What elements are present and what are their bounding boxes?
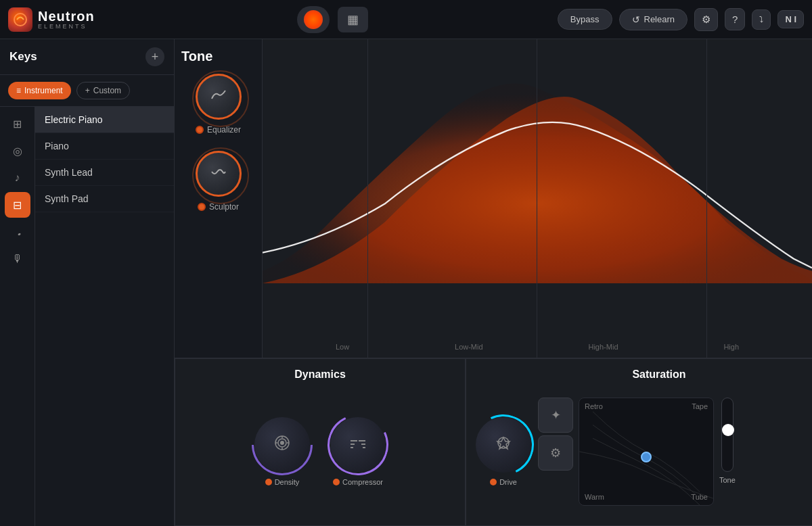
- ni-logo-button[interactable]: N I: [777, 10, 804, 28]
- drive-group: Drive: [476, 417, 531, 486]
- sculptor-knob[interactable]: [196, 151, 242, 197]
- compressor-label: Compressor: [333, 478, 383, 486]
- header-right: Bypass ↺ Relearn ⚙ ? ⤵ N I: [558, 8, 804, 31]
- bottom-panels: Dynamics: [175, 358, 812, 526]
- sculptor-knob-group: Sculptor: [196, 151, 242, 212]
- compressor-group: Compressor: [330, 417, 386, 486]
- compressor-indicator: [333, 479, 340, 485]
- relearn-icon: ↺: [632, 14, 640, 25]
- density-icon: [272, 433, 292, 457]
- eq-knob-icon: [209, 85, 228, 108]
- tone-controls: Tone Equalizer: [175, 39, 263, 358]
- saturation-grid[interactable]: Retro Tape Warm Tube: [579, 398, 714, 506]
- list-item-electric-piano[interactable]: Electric Piano: [35, 107, 174, 133]
- bypass-button[interactable]: Bypass: [558, 9, 612, 30]
- app-sub: ELEMENTS: [38, 24, 95, 30]
- equalizer-knob[interactable]: [196, 74, 242, 120]
- midi-button[interactable]: ⤵: [752, 9, 771, 30]
- drive-label: Drive: [490, 478, 517, 486]
- profile-button[interactable]: [297, 6, 330, 33]
- sat-type-gear[interactable]: ⚙: [538, 435, 573, 471]
- drive-knob[interactable]: [476, 417, 531, 473]
- sat-type-sparkle[interactable]: ✦: [538, 398, 573, 433]
- tape-label: Tape: [692, 402, 708, 410]
- density-label: Density: [265, 478, 300, 486]
- instrument-icon: ≡: [16, 86, 21, 95]
- sculptor-knob-icon: [209, 162, 228, 185]
- tone-visualizer: Low Low-Mid High-Mid High: [263, 39, 812, 358]
- sculptor-indicator: [198, 203, 206, 211]
- app-name: Neutron: [38, 9, 95, 24]
- settings-button[interactable]: ⚙: [694, 8, 718, 31]
- saturation-content: Drive ✦ ⚙: [476, 387, 812, 516]
- saturation-dot[interactable]: [641, 452, 652, 462]
- freq-label-lowmid: Low-Mid: [455, 343, 483, 351]
- guitar-icon: ♪: [15, 172, 20, 184]
- density-knob[interactable]: [254, 417, 310, 473]
- warm-label: Warm: [585, 493, 604, 501]
- eq-indicator: [196, 126, 204, 134]
- sidebar-body: ⊞ ◎ ♪ ⊟ 𝅘 🎙 Elec: [0, 107, 174, 526]
- saturation-title: Saturation: [632, 368, 685, 381]
- sidebar-icon-filters[interactable]: ⊞: [5, 111, 30, 137]
- drive-icon: [493, 433, 514, 457]
- piano-icon: ⊟: [13, 199, 22, 212]
- list-item-piano[interactable]: Piano: [35, 133, 174, 160]
- list-item-synth-pad[interactable]: Synth Pad: [35, 186, 174, 212]
- tone-section: Tone Equalizer: [175, 39, 812, 358]
- freq-label-highmid: High-Mid: [588, 343, 618, 351]
- freq-label-low: Low: [336, 343, 349, 351]
- instrument-filter[interactable]: ≡ Instrument: [8, 82, 71, 99]
- gear2-icon: ⚙: [550, 446, 561, 460]
- sidebar-title: Keys: [9, 50, 37, 64]
- tone-slider-label: Tone: [719, 476, 736, 484]
- sidebar-icon-drum[interactable]: 𝅘: [5, 219, 30, 245]
- header-center: ▦: [108, 6, 558, 33]
- retro-label: Retro: [585, 402, 603, 410]
- midi-icon: ⤵: [759, 15, 763, 24]
- saturation-selector: ✦ ⚙: [538, 398, 812, 506]
- drive-indicator: [490, 479, 497, 485]
- main-content: Keys + ≡ Instrument + Custom ⊞ ◎: [0, 39, 812, 526]
- svg-point-0: [14, 14, 26, 26]
- saturation-panel: Saturation: [466, 358, 812, 526]
- equalizer-knob-group: Equalizer: [196, 74, 242, 135]
- dynamics-panel: Dynamics: [175, 358, 466, 526]
- tone-slider[interactable]: [721, 398, 734, 472]
- compressor-knob[interactable]: [330, 417, 386, 473]
- sidebar-list: Electric Piano Piano Synth Lead Synth Pa…: [35, 107, 174, 526]
- sidebar-icon-circle[interactable]: ◎: [5, 138, 30, 164]
- freq-labels: Low Low-Mid High-Mid High: [263, 343, 812, 351]
- sidebar-icon-piano[interactable]: ⊟: [5, 192, 30, 218]
- grid-icon: ▦: [347, 12, 359, 27]
- header: Neutron ELEMENTS ▦ Bypass ↺ Relearn ⚙ ? …: [0, 0, 812, 39]
- right-panel: Tone Equalizer: [175, 39, 812, 526]
- tube-label: Tube: [691, 493, 708, 501]
- filters-icon: ⊞: [13, 118, 22, 130]
- density-group: Density: [254, 417, 310, 486]
- freq-label-high: High: [723, 343, 739, 351]
- add-button[interactable]: +: [145, 47, 164, 66]
- tone-title: Tone: [181, 49, 212, 64]
- sidebar-icon-vocal[interactable]: 🎙: [5, 246, 30, 272]
- density-indicator: [265, 479, 272, 485]
- sat-type-column: ✦ ⚙: [538, 398, 573, 506]
- sidebar-icon-guitar[interactable]: ♪: [5, 165, 30, 191]
- list-item-synth-lead[interactable]: Synth Lead: [35, 160, 174, 186]
- circle-icon: ◎: [13, 145, 22, 158]
- relearn-button[interactable]: ↺ Relearn: [619, 9, 688, 30]
- sparkle-icon: ✦: [551, 408, 561, 423]
- help-icon: ?: [732, 14, 738, 25]
- help-button[interactable]: ?: [725, 8, 745, 30]
- tone-slider-group: Tone: [719, 398, 736, 506]
- sidebar: Keys + ≡ Instrument + Custom ⊞ ◎: [0, 39, 175, 526]
- filter-row: ≡ Instrument + Custom: [0, 75, 174, 107]
- profile-avatar: [304, 10, 323, 29]
- logo-text: Neutron ELEMENTS: [38, 9, 95, 30]
- custom-icon: +: [85, 86, 90, 95]
- grid-button[interactable]: ▦: [338, 7, 368, 32]
- dynamics-title: Dynamics: [294, 368, 346, 381]
- dynamics-knobs: Density: [254, 387, 386, 516]
- vocal-icon: 🎙: [12, 253, 23, 265]
- custom-filter[interactable]: + Custom: [76, 82, 130, 99]
